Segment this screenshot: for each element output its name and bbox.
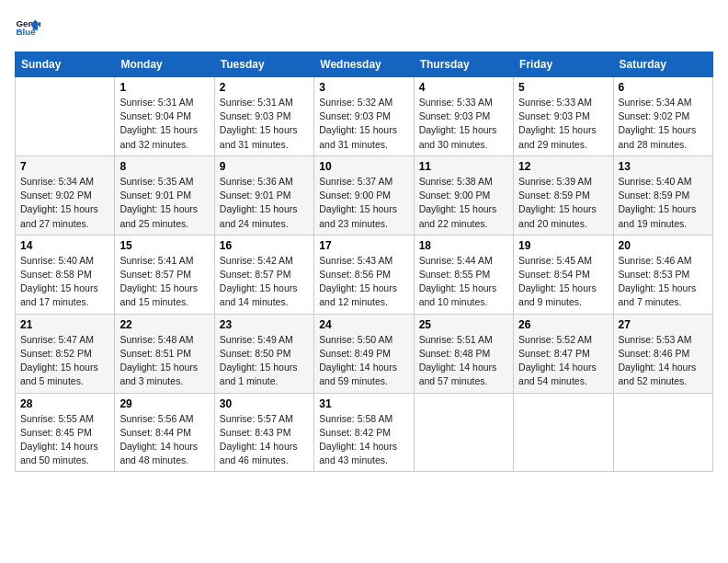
calendar-cell: 7Sunrise: 5:34 AMSunset: 9:02 PMDaylight… [16,155,115,235]
day-number: 21 [20,318,109,331]
day-info: Sunrise: 5:45 AMSunset: 8:54 PMDaylight:… [518,254,608,310]
day-info: Sunrise: 5:35 AMSunset: 9:01 PMDaylight:… [119,175,209,231]
day-number: 10 [319,160,408,173]
day-info: Sunrise: 5:42 AMSunset: 8:57 PMDaylight:… [220,254,309,310]
calendar-cell: 1Sunrise: 5:31 AMSunset: 9:04 PMDaylight… [115,77,214,156]
day-number: 4 [419,81,508,94]
day-number: 24 [319,318,408,331]
calendar-cell: 17Sunrise: 5:43 AMSunset: 8:56 PMDayligh… [314,235,414,314]
day-of-week-header: Wednesday [314,52,414,77]
day-number: 5 [518,81,608,94]
day-info: Sunrise: 5:55 AMSunset: 8:45 PMDaylight:… [20,412,109,468]
day-info: Sunrise: 5:31 AMSunset: 9:04 PMDaylight:… [119,96,209,152]
calendar-cell: 25Sunrise: 5:51 AMSunset: 8:48 PMDayligh… [414,314,513,393]
day-info: Sunrise: 5:58 AMSunset: 8:42 PMDaylight:… [319,412,408,468]
calendar-week-row: 7Sunrise: 5:34 AMSunset: 9:02 PMDaylight… [16,155,713,235]
day-info: Sunrise: 5:57 AMSunset: 8:43 PMDaylight:… [220,412,309,468]
day-info: Sunrise: 5:48 AMSunset: 8:51 PMDaylight:… [119,333,209,389]
day-number: 18 [419,239,508,252]
calendar-cell: 23Sunrise: 5:49 AMSunset: 8:50 PMDayligh… [214,314,313,393]
day-info: Sunrise: 5:49 AMSunset: 8:50 PMDaylight:… [220,333,309,389]
day-number: 8 [119,160,209,173]
calendar-cell: 24Sunrise: 5:50 AMSunset: 8:49 PMDayligh… [314,314,414,393]
page-header: General Blue [15,15,713,40]
day-info: Sunrise: 5:52 AMSunset: 8:47 PMDaylight:… [518,333,608,389]
day-info: Sunrise: 5:33 AMSunset: 9:03 PMDaylight:… [419,96,508,152]
calendar-cell [16,77,115,156]
day-info: Sunrise: 5:43 AMSunset: 8:56 PMDaylight:… [319,254,408,310]
day-info: Sunrise: 5:56 AMSunset: 8:44 PMDaylight:… [119,412,209,468]
calendar-week-row: 14Sunrise: 5:40 AMSunset: 8:58 PMDayligh… [16,235,713,314]
calendar-cell: 28Sunrise: 5:55 AMSunset: 8:45 PMDayligh… [16,393,115,472]
day-info: Sunrise: 5:40 AMSunset: 8:59 PMDaylight:… [619,175,708,231]
calendar-cell: 6Sunrise: 5:34 AMSunset: 9:02 PMDaylight… [613,77,712,156]
calendar-cell: 29Sunrise: 5:56 AMSunset: 8:44 PMDayligh… [115,393,214,472]
calendar-cell: 30Sunrise: 5:57 AMSunset: 8:43 PMDayligh… [214,393,313,472]
calendar-cell [514,393,613,472]
day-number: 23 [220,318,309,331]
calendar-table: SundayMondayTuesdayWednesdayThursdayFrid… [15,52,713,472]
day-number: 6 [619,81,708,94]
day-info: Sunrise: 5:53 AMSunset: 8:46 PMDaylight:… [619,333,708,389]
calendar-cell: 11Sunrise: 5:38 AMSunset: 9:00 PMDayligh… [414,155,513,235]
calendar-cell: 8Sunrise: 5:35 AMSunset: 9:01 PMDaylight… [115,155,214,235]
day-number: 20 [619,239,708,252]
day-number: 15 [119,239,209,252]
day-info: Sunrise: 5:31 AMSunset: 9:03 PMDaylight:… [220,96,309,152]
day-number: 3 [319,81,408,94]
day-info: Sunrise: 5:51 AMSunset: 8:48 PMDaylight:… [419,333,508,389]
logo: General Blue [15,15,40,40]
calendar-cell: 15Sunrise: 5:41 AMSunset: 8:57 PMDayligh… [115,235,214,314]
day-info: Sunrise: 5:40 AMSunset: 8:58 PMDaylight:… [20,254,109,310]
day-number: 1 [119,81,209,94]
calendar-cell: 16Sunrise: 5:42 AMSunset: 8:57 PMDayligh… [214,235,313,314]
day-number: 16 [220,239,309,252]
day-number: 27 [619,318,708,331]
calendar-week-row: 21Sunrise: 5:47 AMSunset: 8:52 PMDayligh… [16,314,713,393]
calendar-cell: 12Sunrise: 5:39 AMSunset: 8:59 PMDayligh… [514,155,613,235]
day-info: Sunrise: 5:37 AMSunset: 9:00 PMDaylight:… [319,175,408,231]
calendar-cell: 14Sunrise: 5:40 AMSunset: 8:58 PMDayligh… [16,235,115,314]
calendar-week-row: 28Sunrise: 5:55 AMSunset: 8:45 PMDayligh… [16,393,713,472]
calendar-cell: 5Sunrise: 5:33 AMSunset: 9:03 PMDaylight… [514,77,613,156]
day-number: 12 [518,160,608,173]
day-info: Sunrise: 5:44 AMSunset: 8:55 PMDaylight:… [419,254,508,310]
day-number: 31 [319,397,408,410]
day-info: Sunrise: 5:38 AMSunset: 9:00 PMDaylight:… [419,175,508,231]
day-number: 11 [419,160,508,173]
day-number: 28 [20,397,109,410]
calendar-cell: 31Sunrise: 5:58 AMSunset: 8:42 PMDayligh… [314,393,414,472]
day-number: 30 [220,397,309,410]
day-of-week-header: Monday [115,52,214,77]
day-number: 14 [20,239,109,252]
calendar-cell: 20Sunrise: 5:46 AMSunset: 8:53 PMDayligh… [613,235,712,314]
day-info: Sunrise: 5:39 AMSunset: 8:59 PMDaylight:… [518,175,608,231]
day-number: 9 [220,160,309,173]
calendar-cell: 2Sunrise: 5:31 AMSunset: 9:03 PMDaylight… [214,77,313,156]
day-of-week-header: Saturday [613,52,712,77]
calendar-week-row: 1Sunrise: 5:31 AMSunset: 9:04 PMDaylight… [16,77,713,156]
calendar-cell [613,393,712,472]
day-info: Sunrise: 5:33 AMSunset: 9:03 PMDaylight:… [518,96,608,152]
calendar-cell: 13Sunrise: 5:40 AMSunset: 8:59 PMDayligh… [613,155,712,235]
calendar-cell [414,393,513,472]
calendar-cell: 19Sunrise: 5:45 AMSunset: 8:54 PMDayligh… [514,235,613,314]
day-info: Sunrise: 5:50 AMSunset: 8:49 PMDaylight:… [319,333,408,389]
day-number: 26 [518,318,608,331]
calendar-cell: 26Sunrise: 5:52 AMSunset: 8:47 PMDayligh… [514,314,613,393]
day-of-week-header: Friday [514,52,613,77]
calendar-header-row: SundayMondayTuesdayWednesdayThursdayFrid… [16,52,713,77]
day-number: 13 [619,160,708,173]
day-info: Sunrise: 5:46 AMSunset: 8:53 PMDaylight:… [619,254,708,310]
day-number: 22 [119,318,209,331]
calendar-cell: 22Sunrise: 5:48 AMSunset: 8:51 PMDayligh… [115,314,214,393]
calendar-cell: 10Sunrise: 5:37 AMSunset: 9:00 PMDayligh… [314,155,414,235]
day-number: 29 [119,397,209,410]
day-info: Sunrise: 5:32 AMSunset: 9:03 PMDaylight:… [319,96,408,152]
day-of-week-header: Sunday [16,52,115,77]
calendar-cell: 18Sunrise: 5:44 AMSunset: 8:55 PMDayligh… [414,235,513,314]
logo-icon: General Blue [15,15,40,40]
day-number: 17 [319,239,408,252]
calendar-cell: 3Sunrise: 5:32 AMSunset: 9:03 PMDaylight… [314,77,414,156]
day-number: 19 [518,239,608,252]
